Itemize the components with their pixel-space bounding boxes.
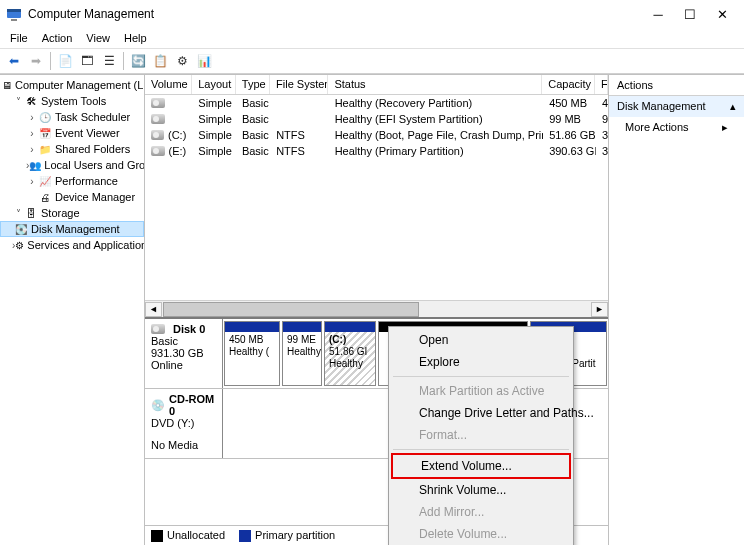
col-layout[interactable]: Layout (192, 75, 236, 94)
partition[interactable]: 99 MEHealthy (282, 321, 322, 386)
tree-label: Shared Folders (55, 143, 130, 155)
tree-root[interactable]: 🖥 Computer Management (Local) (0, 77, 144, 93)
back-button[interactable]: ⬅ (4, 51, 24, 71)
volume-row[interactable]: Simple Basic Healthy (Recovery Partition… (145, 95, 608, 111)
ctx-open[interactable]: Open (391, 329, 571, 351)
col-volume[interactable]: Volume (145, 75, 192, 94)
tree-system-tools[interactable]: ˅ 🛠 System Tools (0, 93, 144, 109)
primary-swatch (239, 530, 251, 542)
ctx-extend-volume[interactable]: Extend Volume... (391, 453, 571, 479)
tree-root-label: Computer Management (Local) (15, 79, 145, 91)
scroll-thumb[interactable] (163, 302, 419, 317)
menu-help[interactable]: Help (118, 30, 153, 46)
cell: 390.63 GB (543, 145, 596, 157)
tree-services[interactable]: ›⚙Services and Applications (0, 237, 144, 253)
expand-icon[interactable]: › (26, 112, 38, 123)
actions-more[interactable]: More Actions ▸ (609, 117, 744, 138)
part-label: (C:) (329, 334, 371, 346)
tree-storage[interactable]: ˅🗄Storage (0, 205, 144, 221)
cell: Healthy (Boot, Page File, Crash Dump, Pr… (329, 129, 544, 141)
tree-task-scheduler[interactable]: ›🕒Task Scheduler (0, 109, 144, 125)
disk-info[interactable]: Disk 0 Basic 931.30 GB Online (145, 319, 223, 388)
window-title: Computer Management (28, 7, 642, 21)
collapse-icon[interactable]: ˅ (12, 96, 24, 107)
scroll-track[interactable] (163, 302, 590, 317)
tree-disk-management[interactable]: 💽Disk Management (0, 221, 144, 237)
col-filesystem[interactable]: File System (270, 75, 328, 94)
tree-label: Local Users and Groups (44, 159, 145, 171)
submenu-icon: ▸ (722, 121, 728, 134)
tree-label: Task Scheduler (55, 111, 130, 123)
tree-event-viewer[interactable]: ›📅Event Viewer (0, 125, 144, 141)
refresh-button[interactable]: 🔄 (128, 51, 148, 71)
ctx-mark-active: Mark Partition as Active (391, 380, 571, 402)
volume-list: Simple Basic Healthy (Recovery Partition… (145, 95, 608, 300)
cell: 99 MB (543, 113, 596, 125)
tool-button[interactable]: 📊 (194, 51, 214, 71)
disk-type: Basic (151, 335, 216, 347)
expand-icon[interactable]: › (26, 128, 38, 139)
cell: (E:) (169, 145, 187, 157)
cell: 9 (596, 113, 608, 125)
cell: (C:) (168, 129, 186, 141)
tree-label: Disk Management (31, 223, 120, 235)
disk-info[interactable]: 💿CD-ROM 0 DVD (Y:) No Media (145, 389, 223, 458)
cell: 3 (596, 145, 608, 157)
ctx-delete-volume: Delete Volume... (391, 523, 571, 545)
expand-icon[interactable]: › (26, 176, 38, 187)
col-type[interactable]: Type (236, 75, 270, 94)
part-status: Healthy (329, 358, 371, 370)
partition-selected[interactable]: (C:)51.86 GIHealthy (324, 321, 376, 386)
volume-row[interactable]: (E:) Simple Basic NTFS Healthy (Primary … (145, 143, 608, 159)
clock-icon: 🕒 (38, 110, 52, 124)
cell: Basic (236, 129, 270, 141)
cell: Healthy (Primary Partition) (329, 145, 544, 157)
tree-device-manager[interactable]: 🖨Device Manager (0, 189, 144, 205)
cell: Basic (236, 113, 270, 125)
menu-file[interactable]: File (4, 30, 34, 46)
minimize-button[interactable]: ─ (642, 3, 674, 25)
col-status[interactable]: Status (328, 75, 542, 94)
forward-button[interactable]: ➡ (26, 51, 46, 71)
cell: 3 (596, 129, 608, 141)
tree-label: Performance (55, 175, 118, 187)
list-button[interactable]: 📋 (150, 51, 170, 71)
menu-view[interactable]: View (80, 30, 116, 46)
col-free[interactable]: F (595, 75, 608, 94)
folder-icon: 📁 (38, 142, 52, 156)
scroll-right-button[interactable]: ► (591, 302, 608, 317)
options-button[interactable]: 🗔 (77, 51, 97, 71)
disk-name: Disk 0 (173, 323, 205, 335)
cell: 4 (596, 97, 608, 109)
expand-icon[interactable]: › (26, 144, 38, 155)
collapse-icon[interactable]: ˅ (12, 208, 24, 219)
cell: NTFS (270, 145, 328, 157)
cdrom-icon: 💿 (151, 399, 165, 412)
maximize-button[interactable]: ☐ (674, 3, 706, 25)
tree-performance[interactable]: ›📈Performance (0, 173, 144, 189)
col-capacity[interactable]: Capacity (542, 75, 595, 94)
properties-button[interactable]: ☰ (99, 51, 119, 71)
disk-state: No Media (151, 439, 216, 451)
ctx-shrink-volume[interactable]: Shrink Volume... (391, 479, 571, 501)
volume-row[interactable]: (C:) Simple Basic NTFS Healthy (Boot, Pa… (145, 127, 608, 143)
horizontal-scrollbar[interactable]: ◄ ► (145, 300, 608, 317)
actions-header: Actions (609, 75, 744, 96)
tree-shared-folders[interactable]: ›📁Shared Folders (0, 141, 144, 157)
ctx-explore[interactable]: Explore (391, 351, 571, 373)
disk-icon: 💽 (14, 222, 28, 236)
ctx-change-letter[interactable]: Change Drive Letter and Paths... (391, 402, 571, 424)
close-button[interactable]: ✕ (706, 3, 738, 25)
tree-local-users[interactable]: ›👥Local Users and Groups (0, 157, 144, 173)
scroll-left-button[interactable]: ◄ (145, 302, 162, 317)
menu-action[interactable]: Action (36, 30, 79, 46)
ctx-format: Format... (391, 424, 571, 446)
partition-header (283, 322, 321, 332)
partition[interactable]: 450 MBHealthy ( (224, 321, 280, 386)
volume-row[interactable]: Simple Basic Healthy (EFI System Partiti… (145, 111, 608, 127)
settings-button[interactable]: ⚙ (172, 51, 192, 71)
volume-icon (151, 98, 165, 108)
actions-section[interactable]: Disk Management ▴ (609, 96, 744, 117)
up-button[interactable]: 📄 (55, 51, 75, 71)
actions-section-label: Disk Management (617, 100, 706, 113)
